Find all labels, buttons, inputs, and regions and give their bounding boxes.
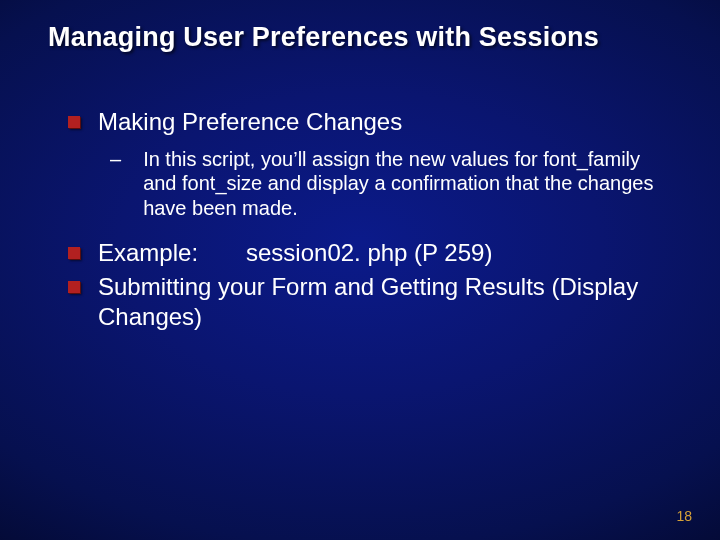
dash-bullet-icon: –: [110, 147, 121, 171]
square-bullet-icon: [68, 247, 80, 259]
list-item: Making Preference Changes: [68, 107, 670, 137]
square-bullet-icon: [68, 116, 80, 128]
example-label: Example:: [98, 238, 246, 268]
slide-body: Making Preference Changes – In this scri…: [0, 53, 720, 332]
list-item: Submitting your Form and Getting Results…: [68, 272, 670, 332]
square-bullet-icon: [68, 281, 80, 293]
sub-bullet-text: In this script, you’ll assign the new va…: [143, 147, 670, 220]
slide-title: Managing User Preferences with Sessions: [0, 0, 720, 53]
page-number: 18: [676, 508, 692, 524]
list-item: Example:session02. php (P 259): [68, 238, 670, 268]
bullet-text: Making Preference Changes: [98, 107, 402, 137]
bullet-text: Submitting your Form and Getting Results…: [98, 272, 670, 332]
bullet-text: Example:session02. php (P 259): [98, 238, 492, 268]
slide: Managing User Preferences with Sessions …: [0, 0, 720, 540]
sub-list-item: – In this script, you’ll assign the new …: [110, 147, 670, 220]
example-value: session02. php (P 259): [246, 239, 492, 266]
